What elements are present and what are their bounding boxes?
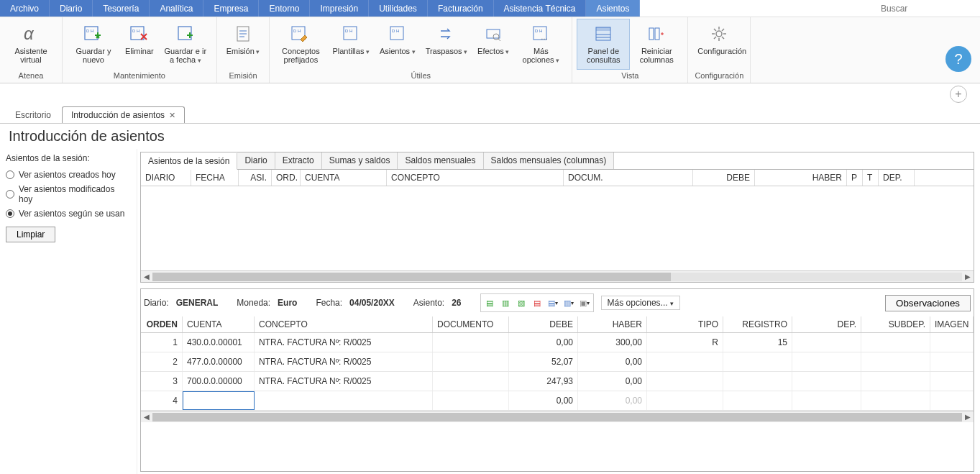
- col-registro[interactable]: REGISTRO: [723, 316, 792, 332]
- cell[interactable]: [861, 352, 930, 371]
- observaciones-button[interactable]: Observaciones: [885, 295, 971, 311]
- menu-asistencia[interactable]: Asistencia Técnica: [494, 0, 587, 17]
- mas-opciones-ribbon-button[interactable]: D H… Más opciones: [514, 19, 567, 70]
- cell[interactable]: [930, 372, 974, 391]
- cell[interactable]: [433, 333, 509, 352]
- radio-creados-hoy[interactable]: Ver asientos creados hoy: [6, 168, 131, 182]
- cell[interactable]: [792, 372, 861, 391]
- col-fecha[interactable]: FECHA: [191, 170, 239, 186]
- search-input[interactable]: [876, 2, 977, 15]
- cell[interactable]: [723, 391, 792, 410]
- col-tipo[interactable]: TIPO: [647, 316, 723, 332]
- col-haber[interactable]: HABER: [755, 170, 847, 186]
- efectos-button[interactable]: Efectos: [472, 19, 514, 70]
- col-dep[interactable]: DEP.: [792, 316, 861, 332]
- cell[interactable]: [723, 352, 792, 371]
- traspasos-button[interactable]: Traspasos: [421, 19, 472, 70]
- reiniciar-columnas-button[interactable]: Reiniciar columnas: [630, 19, 683, 70]
- cell[interactable]: [433, 391, 509, 410]
- scroll-track[interactable]: [152, 273, 962, 281]
- mini-list1-button[interactable]: ▤▾: [546, 296, 560, 310]
- menu-tesoreria[interactable]: Tesorería: [93, 0, 150, 17]
- menu-empresa[interactable]: Empresa: [203, 0, 259, 17]
- cell[interactable]: 1: [141, 333, 183, 352]
- menu-asientos[interactable]: Asientos: [586, 0, 640, 17]
- cell[interactable]: 247,93: [509, 372, 578, 391]
- cell[interactable]: [792, 391, 861, 410]
- col-t[interactable]: T: [863, 170, 879, 186]
- lower-grid-scrollbar[interactable]: ◀ ▶: [141, 411, 974, 422]
- cell[interactable]: 2: [141, 352, 183, 371]
- table-row[interactable]: 40,000,00: [141, 391, 974, 411]
- table-row[interactable]: 1430.0.0.00001NTRA. FACTURA Nº: R/00250,…: [141, 333, 974, 352]
- menu-diario[interactable]: Diario: [50, 0, 93, 17]
- cell[interactable]: 0,00: [509, 391, 578, 410]
- cell[interactable]: 300,00: [578, 333, 647, 352]
- inner-tab-saldos[interactable]: Saldos mensuales: [398, 152, 483, 169]
- mini-list2-button[interactable]: ▥▾: [562, 296, 576, 310]
- cell[interactable]: 430.0.0.00001: [183, 333, 255, 352]
- table-row[interactable]: 2477.0.0.00000NTRA. FACTURA Nº: R/002552…: [141, 352, 974, 372]
- cell[interactable]: 3: [141, 372, 183, 391]
- cell[interactable]: [183, 391, 255, 410]
- col-diario[interactable]: DIARIO: [141, 170, 191, 186]
- emision-button[interactable]: Emisión: [221, 19, 265, 70]
- cell[interactable]: 700.0.0.00000: [183, 372, 255, 391]
- col-docum[interactable]: DOCUM.: [564, 170, 693, 186]
- menu-analitica[interactable]: Analítica: [150, 0, 203, 17]
- inner-tab-extracto[interactable]: Extracto: [275, 152, 322, 169]
- cell[interactable]: [647, 352, 723, 371]
- cell[interactable]: [792, 352, 861, 371]
- col-haber[interactable]: HABER: [578, 316, 647, 332]
- cell[interactable]: 15: [723, 333, 792, 352]
- guardar-fecha-button[interactable]: Guardar e ir a fecha: [159, 19, 212, 70]
- menu-archivo[interactable]: Archivo: [0, 0, 50, 17]
- cell[interactable]: 0,00: [578, 352, 647, 371]
- cell[interactable]: 0,00: [578, 372, 647, 391]
- limpiar-button[interactable]: Limpiar: [6, 227, 55, 242]
- upper-grid-body[interactable]: [141, 186, 974, 270]
- cell[interactable]: [861, 372, 930, 391]
- col-dep[interactable]: DEP.: [879, 170, 915, 186]
- configuracion-button[interactable]: Configuración: [692, 19, 746, 70]
- cell[interactable]: 0,00: [509, 333, 578, 352]
- tab-escritorio[interactable]: Escritorio: [6, 106, 60, 123]
- col-debe[interactable]: DEBE: [693, 170, 755, 186]
- col-imagen[interactable]: IMAGEN: [930, 316, 974, 332]
- table-row[interactable]: 3700.0.0.00000NTRA. FACTURA Nº: R/002524…: [141, 372, 974, 391]
- menu-facturacion[interactable]: Facturación: [428, 0, 494, 17]
- col-p[interactable]: P: [847, 170, 863, 186]
- cell[interactable]: NTRA. FACTURA Nº: R/0025: [255, 352, 433, 371]
- scroll-left-icon[interactable]: ◀: [141, 413, 152, 421]
- col-ord[interactable]: ORD.: [272, 170, 301, 186]
- cell[interactable]: [647, 391, 723, 410]
- scroll-thumb[interactable]: [152, 273, 671, 281]
- help-button[interactable]: ?: [945, 46, 971, 72]
- col-subdep[interactable]: SUBDEP.: [861, 316, 930, 332]
- scroll-thumb[interactable]: [152, 413, 962, 421]
- asientos-u-button[interactable]: D H Asientos: [375, 19, 421, 70]
- cell[interactable]: [255, 391, 433, 410]
- radio-segun-usan[interactable]: Ver asientos según se usan: [6, 206, 131, 221]
- col-concepto[interactable]: CONCEPTO: [387, 170, 564, 186]
- col-cuenta[interactable]: CUENTA: [301, 170, 387, 186]
- upper-grid-scrollbar[interactable]: ◀ ▶: [141, 270, 974, 282]
- inner-tab-diario[interactable]: Diario: [237, 152, 275, 169]
- col-debe[interactable]: DEBE: [509, 316, 578, 332]
- scroll-right-icon[interactable]: ▶: [962, 413, 974, 421]
- cell[interactable]: NTRA. FACTURA Nº: R/0025: [255, 333, 433, 352]
- cell[interactable]: [723, 372, 792, 391]
- col-cuenta[interactable]: CUENTA: [183, 316, 255, 332]
- cell[interactable]: [433, 352, 509, 371]
- mini-paste-button[interactable]: ▣▾: [577, 296, 592, 310]
- col-concepto[interactable]: CONCEPTO: [255, 316, 433, 332]
- scroll-track[interactable]: [152, 413, 962, 421]
- cell[interactable]: [930, 352, 974, 371]
- cell[interactable]: 52,07: [509, 352, 578, 371]
- mini-add-button[interactable]: ▤: [482, 296, 497, 310]
- plantillas-button[interactable]: D H Plantillas: [327, 19, 375, 70]
- conceptos-button[interactable]: D H Conceptos prefijados: [274, 19, 327, 70]
- panel-consultas-button[interactable]: Panel de consultas: [577, 19, 630, 70]
- mini-dup-button[interactable]: ▧: [514, 296, 528, 310]
- cell[interactable]: 0,00: [578, 391, 647, 410]
